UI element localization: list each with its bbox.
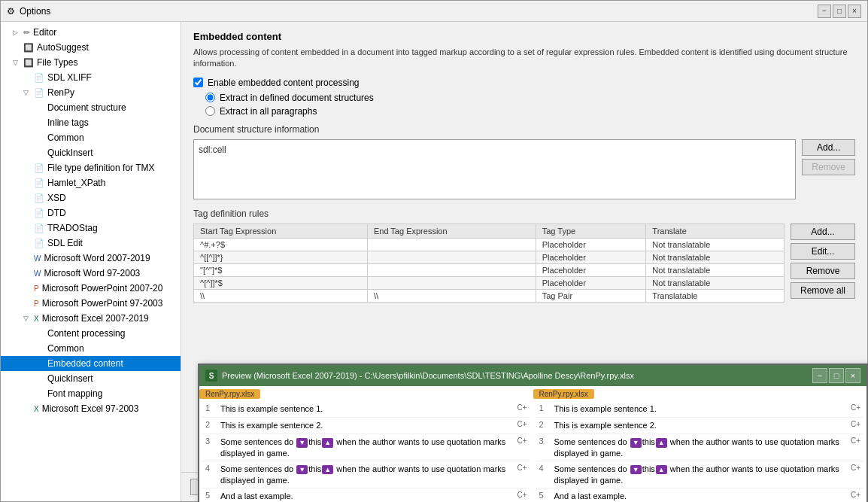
titlebar-controls: − □ × (818, 5, 861, 18)
cell-start-tag: \\ (194, 289, 368, 302)
cell-tag-type: Placeholder (536, 276, 646, 289)
table-row[interactable]: ^[^]]*$ Placeholder Not translatable (194, 276, 785, 289)
sidebar-item-label: Embedded content (47, 358, 123, 369)
minimize-button[interactable]: − (818, 5, 831, 18)
maximize-button[interactable]: □ (833, 5, 846, 18)
preview-content: RenPy.rpy.xlsx RenPy.rpy.xlsx 1 (199, 386, 866, 502)
sidebar-item-common-renpy[interactable]: Common (1, 130, 181, 145)
sidebar-item-embcontent[interactable]: Embedded content (1, 356, 181, 371)
sidebar-item-msppt2019[interactable]: P Microsoft PowerPoint 2007-20 (1, 281, 181, 296)
sidebar-item-quickinsert-excel[interactable]: QuickInsert (1, 371, 181, 386)
sidebar-item-filetypedef[interactable]: 📄 File type definition for TMX (1, 160, 181, 175)
sidebar-item-label: Microsoft PowerPoint 97-2003 (42, 298, 163, 309)
sidebar-item-label: SDL Edit (47, 238, 83, 248)
cell-tag-type: Placeholder (536, 263, 646, 276)
sidebar-item-autosuggest[interactable]: 🔲 AutoSuggest (1, 40, 181, 55)
sidebar-item-xsd[interactable]: 📄 XSD (1, 190, 181, 205)
sidebar-item-msxls2019[interactable]: ▽ X Microsoft Excel 2007-2019 (1, 311, 181, 326)
sidebar-item-inlinetags[interactable]: Inline tags (1, 115, 181, 130)
table-row[interactable]: "[^"]*$ Placeholder Not translatable (194, 263, 785, 276)
preview-close-button[interactable]: × (845, 368, 860, 383)
msxls2019-icon: X (34, 315, 39, 323)
col-end-tag: End Tag Expression (367, 224, 536, 238)
sidebar-item-label: Microsoft Word 2007-2019 (44, 253, 150, 263)
msword97-icon: W (34, 269, 41, 278)
preview-maximize-button[interactable]: □ (829, 368, 844, 383)
preview-titlebar: S Preview (Microsoft Excel 2007-2019) - … (199, 365, 866, 386)
autosuggest-icon: 🔲 (23, 43, 34, 53)
cell-tag-type: Placeholder (536, 238, 646, 251)
sidebar-item-sdledit[interactable]: 📄 SDL Edit (1, 236, 181, 251)
tag-close-icon: ▲ (656, 465, 667, 475)
window-icon: ⚙ (7, 6, 15, 17)
sidebar-item-dtd[interactable]: 📄 DTD (1, 205, 181, 221)
cell-end-tag (367, 276, 536, 289)
tag-edit-button[interactable]: Edit... (791, 243, 855, 260)
tag-add-button[interactable]: Add... (791, 224, 855, 240)
table-row[interactable]: ^#.+?$ Placeholder Not translatable (194, 238, 785, 251)
sdledit-icon: 📄 (34, 239, 44, 248)
sidebar-item-msword2019[interactable]: W Microsoft Word 2007-2019 (1, 251, 181, 266)
preview-left-row-4: 4 Some sentences do ▼this▲ when the auth… (202, 463, 530, 488)
cell-start-tag: ^[[^]]*} (194, 251, 368, 263)
tag-remove-all-button[interactable]: Remove all (791, 282, 855, 299)
sidebar-item-label: Microsoft Excel 97-2003 (42, 403, 139, 414)
sidebar-item-label: RenPy (47, 87, 74, 98)
col-translate: Translate (646, 224, 785, 238)
sidebar-item-quickinsert-renpy[interactable]: QuickInsert (1, 145, 181, 160)
tag-close-icon: ▲ (656, 438, 667, 448)
arrow-icon: ▽ (13, 59, 23, 66)
sidebar-item-renpy[interactable]: ▽ 📄 RenPy (1, 85, 181, 100)
sidebar-item-editor[interactable]: ▷ ✏ Editor (1, 25, 181, 40)
titlebar-left: ⚙ Options (7, 6, 50, 17)
sidebar-item-label: AutoSuggest (37, 42, 89, 53)
sidebar-item-tradostag[interactable]: 📄 TRADOStag (1, 221, 181, 236)
cell-end-tag (367, 263, 536, 276)
sidebar-item-label: Content processing (47, 328, 125, 339)
msxls97-icon: X (34, 405, 39, 413)
sidebar-item-common-excel[interactable]: Common (1, 341, 181, 356)
sidebar-item-sdlxliff[interactable]: 📄 SDL XLIFF (1, 70, 181, 85)
sidebar-item-fontmapping[interactable]: Font mapping (1, 386, 181, 401)
doc-structure-area: sdl:cell Add... Remove (193, 139, 855, 199)
preview-left-row-1: 1 This is example sentence 1. C+ (202, 403, 530, 418)
msppt97-icon: P (34, 300, 39, 308)
tag-side-buttons: Add... Edit... Remove Remove all (791, 224, 855, 303)
sidebar-item-label: Microsoft PowerPoint 2007-20 (42, 283, 163, 294)
sidebar-item-label: DTD (47, 208, 66, 218)
preview-left-row-5: 5 And a last example. C+ (202, 490, 530, 502)
preview-table: RenPy.rpy.xlsx RenPy.rpy.xlsx 1 (199, 386, 866, 502)
tag-open-icon: ▼ (630, 465, 642, 475)
sidebar-item-label: Common (47, 132, 84, 143)
sidebar-item-msppt97[interactable]: P Microsoft PowerPoint 97-2003 (1, 296, 181, 311)
cell-end-tag (367, 238, 536, 251)
radio-defined-structures[interactable] (205, 93, 215, 102)
filetypedef-icon: 📄 (34, 163, 44, 173)
sidebar: ▷ ✏ Editor 🔲 AutoSuggest ▽ 🔲 File Types (1, 22, 181, 501)
section-title: Embedded content (193, 31, 855, 42)
sidebar-item-docstructure[interactable]: Document structure (1, 100, 181, 115)
sidebar-item-label: XSD (47, 193, 66, 203)
cell-translate: Not translatable (646, 238, 785, 251)
table-row[interactable]: ^[[^]]*} Placeholder Not translatable (194, 251, 785, 263)
doc-remove-button[interactable]: Remove (802, 159, 855, 175)
close-button[interactable]: × (848, 5, 861, 18)
sidebar-item-msxls97[interactable]: X Microsoft Excel 97-2003 (1, 401, 181, 416)
editor-icon: ✏ (23, 28, 30, 38)
sidebar-item-msword97[interactable]: W Microsoft Word 97-2003 (1, 266, 181, 281)
preview-minimize-button[interactable]: − (812, 368, 827, 383)
tag-remove-button[interactable]: Remove (791, 263, 855, 279)
table-row[interactable]: \\ \\ Tag Pair Translatable (194, 289, 785, 302)
radio-all-paragraphs[interactable] (205, 106, 215, 116)
doc-add-button[interactable]: Add... (802, 139, 855, 156)
radio-all-paragraphs-row: Extract in all paragraphs (193, 106, 855, 117)
preview-left-tab: RenPy.rpy.xlsx (199, 389, 260, 399)
sidebar-item-filetypes[interactable]: ▽ 🔲 File Types (1, 55, 181, 70)
preview-right-row-4: 4 Some sentences do ▼this▲ when the auth… (536, 463, 864, 488)
cell-translate: Translatable (646, 289, 785, 302)
sidebar-item-label: Editor (33, 27, 56, 38)
sidebar-item-contentproc[interactable]: Content processing (1, 326, 181, 341)
tag-table-container: Start Tag Expression End Tag Expression … (193, 224, 855, 303)
enable-checkbox[interactable] (193, 78, 203, 87)
sidebar-item-hamlet[interactable]: 📄 Hamlet_XPath (1, 175, 181, 190)
